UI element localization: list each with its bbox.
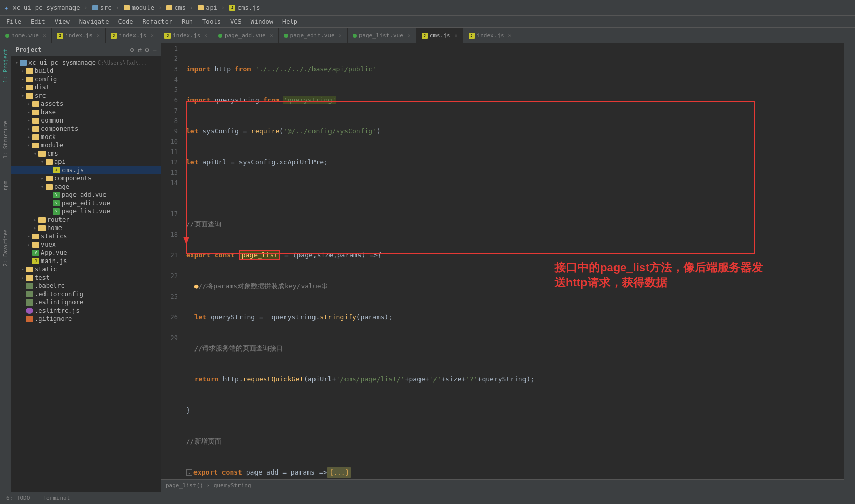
menu-refactor[interactable]: Refactor xyxy=(138,17,176,26)
side-btn-structure[interactable]: 1: Structure xyxy=(2,118,9,161)
tab-pageaddvue[interactable]: page_add.vue × xyxy=(213,28,279,43)
tree-router[interactable]: router xyxy=(11,216,161,224)
side-btn-project[interactable]: 1: Project xyxy=(1,45,10,86)
tree-path: C:\Users\fxd\... xyxy=(98,60,147,66)
tree-test[interactable]: test xyxy=(11,273,161,282)
folder-icon-page xyxy=(46,184,53,190)
sync-icon[interactable]: ⇄ xyxy=(138,45,142,54)
tree-page[interactable]: page xyxy=(11,182,161,191)
line-9: let queryString = querystring.stringify(… xyxy=(186,312,844,323)
tree-home[interactable]: home xyxy=(11,224,161,232)
close-icon[interactable]: × xyxy=(455,33,458,38)
tab-indexjs-1[interactable]: J index.js × xyxy=(52,28,106,43)
tree-mainjs[interactable]: J main.js xyxy=(11,257,161,265)
tree-babelrc[interactable]: .babelrc xyxy=(11,282,161,290)
menu-navigate[interactable]: Navigate xyxy=(75,17,113,26)
tab-indexjs-4[interactable]: J index.js × xyxy=(463,28,517,43)
tree-src[interactable]: src xyxy=(11,91,161,100)
line-14: -export const page_add = params =>{...} xyxy=(186,467,844,478)
tree-config[interactable]: config xyxy=(11,75,161,83)
close-icon[interactable]: × xyxy=(204,33,207,38)
line-5 xyxy=(186,188,844,198)
tree-cmsjs[interactable]: J cms.js xyxy=(11,166,161,174)
folder-icon-components-top xyxy=(32,126,39,132)
bottom-tab-terminal[interactable]: Terminal xyxy=(36,493,76,503)
close-icon[interactable]: × xyxy=(270,33,273,38)
menu-code[interactable]: Code xyxy=(114,17,138,26)
menu-window[interactable]: Window xyxy=(247,17,277,26)
tree-pagelist[interactable]: V page_list.vue xyxy=(11,207,161,216)
menu-edit[interactable]: Edit xyxy=(26,17,50,26)
tree-mock[interactable]: mock xyxy=(11,133,161,141)
tree-module[interactable]: module xyxy=(11,141,161,149)
folder-icon-cms xyxy=(166,5,172,10)
tree-eslintignore[interactable]: .eslintignore xyxy=(11,298,161,307)
close-icon[interactable]: × xyxy=(97,33,100,38)
close-icon[interactable]: × xyxy=(43,33,46,38)
vue-dot xyxy=(284,34,288,38)
side-btn-npm[interactable]: npm xyxy=(2,178,9,193)
tree-label-api: api xyxy=(54,158,66,165)
tab-pagelistvue[interactable]: page_list.vue × xyxy=(348,28,416,43)
menu-view[interactable]: View xyxy=(51,17,74,26)
file-tree: xc-ui-pc-sysmanage C:\Users\fxd\... buil… xyxy=(11,56,161,492)
minus-icon[interactable]: − xyxy=(153,45,157,54)
tree-base[interactable]: base xyxy=(11,108,161,116)
breadcrumb-module: module xyxy=(124,4,154,11)
tab-indexjs-3[interactable]: J index.js × xyxy=(159,28,213,43)
tree-vuex[interactable]: vuex xyxy=(11,240,161,249)
code-editor[interactable]: 1 2 3 4 5 6 7 8 9 10 11 12 13 14 17 xyxy=(161,43,844,479)
tree-dist[interactable]: dist xyxy=(11,83,161,91)
tree-arrow-assets xyxy=(26,101,32,106)
project-actions: ⊕ ⇄ ⚙ − xyxy=(130,45,157,54)
file-icon-cmsjs: J xyxy=(53,167,60,173)
tree-label-pageadd: page_add.vue xyxy=(62,191,107,198)
folder-icon-static xyxy=(26,267,33,272)
tree-label-base: base xyxy=(41,109,56,116)
tree-gitignore[interactable]: .gitignore xyxy=(11,315,161,323)
close-icon[interactable]: × xyxy=(151,33,154,38)
tree-components-top[interactable]: components xyxy=(11,125,161,133)
close-icon[interactable]: × xyxy=(508,33,512,38)
menu-tools[interactable]: Tools xyxy=(198,17,225,26)
tree-build[interactable]: build xyxy=(11,67,161,75)
tab-indexjs-2[interactable]: J index.js × xyxy=(106,28,159,43)
close-icon[interactable]: × xyxy=(408,33,411,38)
menu-bar: File Edit View Navigate Code Refactor Ru… xyxy=(0,16,855,28)
tree-arrow-base xyxy=(26,110,32,115)
folder-icon-vuex xyxy=(32,242,39,248)
tab-pageeditvue[interactable]: page_edit.vue × xyxy=(279,28,348,43)
tree-cms[interactable]: cms xyxy=(11,149,161,158)
gear-icon[interactable]: ⚙ xyxy=(145,45,149,54)
close-icon[interactable]: × xyxy=(339,33,342,38)
tree-common[interactable]: common xyxy=(11,116,161,125)
tree-appvue[interactable]: V App.vue xyxy=(11,249,161,257)
app-logo: ✦ xyxy=(4,4,8,12)
line-7: export const page_list = (page,size,para… xyxy=(186,250,844,261)
tree-components-sub[interactable]: components xyxy=(11,174,161,182)
menu-file[interactable]: File xyxy=(2,17,25,26)
tree-label-page: page xyxy=(54,183,69,190)
folder-icon-src xyxy=(92,5,98,10)
side-btn-favorites[interactable]: 2: Favorites xyxy=(2,226,9,269)
tree-editorconfig[interactable]: .editorconfig xyxy=(11,290,161,298)
tree-root[interactable]: xc-ui-pc-sysmanage C:\Users\fxd\... xyxy=(11,58,161,67)
tab-homevue[interactable]: home.vue × xyxy=(0,28,52,43)
bottom-tab-todo[interactable]: 6: TODO xyxy=(0,493,36,503)
tab-cmsjs[interactable]: J cms.js × xyxy=(416,28,463,43)
tree-static[interactable]: static xyxy=(11,265,161,273)
bottom-tabs: 6: TODO Terminal xyxy=(0,492,855,504)
tree-pageedit[interactable]: V page_edit.vue xyxy=(11,199,161,207)
tree-arrow-config xyxy=(20,77,26,82)
tree-label-router: router xyxy=(47,216,69,223)
add-icon[interactable]: ⊕ xyxy=(130,45,134,54)
menu-vcs[interactable]: VCS xyxy=(226,17,246,26)
tree-eslintrcjs[interactable]: .eslintrc.js xyxy=(11,307,161,315)
tree-statics[interactable]: statics xyxy=(11,232,161,240)
tree-pageadd[interactable]: V page_add.vue xyxy=(11,191,161,199)
line-13: //新增页面 xyxy=(186,436,844,447)
menu-help[interactable]: Help xyxy=(278,17,302,26)
menu-run[interactable]: Run xyxy=(177,17,197,26)
tree-assets[interactable]: assets xyxy=(11,100,161,108)
tree-api[interactable]: api xyxy=(11,158,161,166)
